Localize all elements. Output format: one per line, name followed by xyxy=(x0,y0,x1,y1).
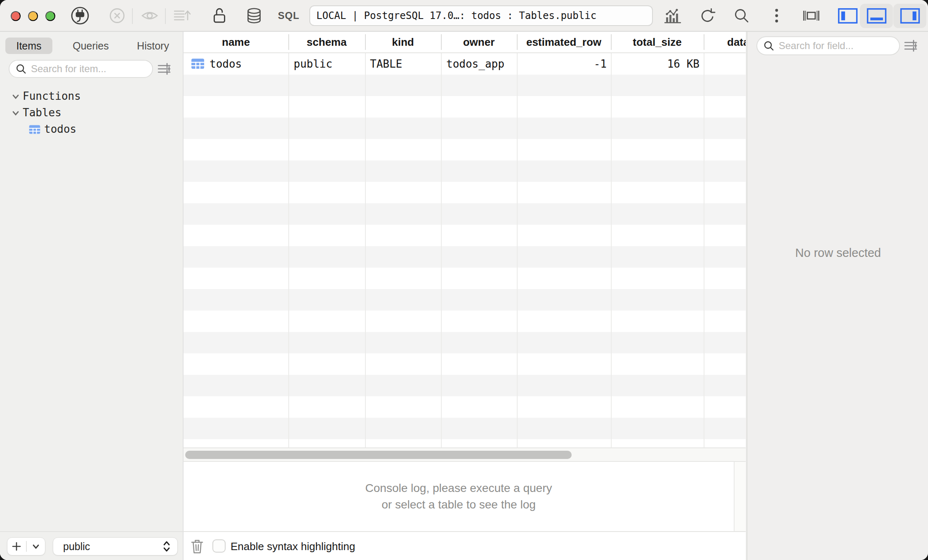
sql-icon: SQL xyxy=(278,10,299,21)
grid-body: todos public TABLE todos_app -1 16 KB xyxy=(184,53,746,447)
column-header-owner[interactable]: owner xyxy=(441,32,517,52)
lock-open-icon xyxy=(211,6,228,25)
header-separator xyxy=(704,34,704,50)
header-separator xyxy=(517,34,518,50)
tree-group-tables[interactable]: Tables xyxy=(0,104,184,121)
clear-console-button[interactable] xyxy=(187,536,207,557)
header-separator xyxy=(288,34,289,50)
header-separator xyxy=(611,34,612,50)
column-header-estimated-row[interactable]: estimated_row xyxy=(517,32,611,52)
statistics-button[interactable] xyxy=(663,6,683,26)
chart-icon xyxy=(663,7,682,24)
column-header-name[interactable]: name xyxy=(184,32,288,52)
table-row[interactable]: todos public TABLE todos_app -1 16 KB xyxy=(184,53,746,75)
item-filter-button[interactable] xyxy=(154,59,174,79)
tab-queries[interactable]: Queries xyxy=(65,38,116,54)
lock-button[interactable] xyxy=(210,6,229,26)
sidebar-bottom-bar: public xyxy=(0,531,183,560)
tab-items[interactable]: Items xyxy=(5,38,52,54)
disconnect-button[interactable] xyxy=(107,6,127,26)
column-separator xyxy=(441,53,442,447)
cell-estimated-row: -1 xyxy=(517,53,607,75)
schema-select[interactable]: public xyxy=(53,537,178,555)
cell-schema: public xyxy=(294,53,332,75)
tree-group-functions[interactable]: Functions xyxy=(0,88,184,104)
plug-icon xyxy=(71,6,90,25)
pending-changes-button[interactable] xyxy=(172,6,192,26)
refresh-icon xyxy=(698,7,716,25)
connection-title-text: LOCAL | PostgreSQL 17.0…: todos : Tables… xyxy=(316,10,596,21)
minimize-button[interactable] xyxy=(28,11,38,21)
ellipsis-vertical-icon xyxy=(774,7,779,25)
main-area: name schema kind owner estimated_row tot… xyxy=(184,32,746,560)
sidebar: Items Queries History xyxy=(0,32,184,560)
column-separator xyxy=(704,53,704,447)
syntax-highlighting-checkbox[interactable] xyxy=(212,539,226,553)
add-item-button[interactable] xyxy=(7,538,26,555)
app-window: SQL LOCAL | PostgreSQL 17.0…: todos : Ta… xyxy=(0,0,928,560)
close-button[interactable] xyxy=(11,11,21,21)
cell-kind: TABLE xyxy=(370,53,402,75)
select-updown-icon xyxy=(163,540,171,553)
zoom-button[interactable] xyxy=(45,11,55,21)
toolbar-separator xyxy=(132,8,133,24)
table-grid-icon xyxy=(191,56,205,71)
toolbar-separator xyxy=(165,8,166,24)
filter-sliders-icon xyxy=(903,38,918,53)
eye-icon xyxy=(140,6,159,25)
list-commit-icon xyxy=(173,6,192,25)
connection-title[interactable]: LOCAL | PostgreSQL 17.0…: todos : Tables… xyxy=(309,5,653,26)
panel-right-icon xyxy=(900,8,920,24)
add-item-split-button xyxy=(7,537,45,555)
search-button[interactable] xyxy=(732,6,751,26)
item-search-input[interactable] xyxy=(31,63,146,75)
column-header-kind[interactable]: kind xyxy=(365,32,441,52)
disconnect-x-icon xyxy=(108,7,126,25)
item-search-field[interactable] xyxy=(9,60,153,78)
syntax-highlighting-label: Enable syntax highlighting xyxy=(231,532,355,560)
grid-header: name schema kind owner estimated_row tot… xyxy=(184,32,746,53)
tree-group-label: Tables xyxy=(23,104,61,121)
add-item-menu-button[interactable] xyxy=(27,538,45,555)
console-message-line1: Console log, please execute a query xyxy=(365,480,552,496)
field-search-input[interactable] xyxy=(779,40,893,52)
connect-button[interactable] xyxy=(70,6,90,26)
tree-item-label: todos xyxy=(44,121,76,137)
preview-button[interactable] xyxy=(140,6,160,26)
field-search-field[interactable] xyxy=(756,36,900,55)
cell-total-size: 16 KB xyxy=(611,53,700,75)
field-filter-button[interactable] xyxy=(901,36,921,56)
toggle-left-panel-button[interactable] xyxy=(831,4,864,28)
console-message-line2: or select a table to see the log xyxy=(382,496,536,513)
search-icon xyxy=(15,63,27,75)
header-separator xyxy=(441,34,442,50)
tab-history[interactable]: History xyxy=(128,38,178,54)
toolbar: SQL LOCAL | PostgreSQL 17.0…: todos : Ta… xyxy=(0,0,928,32)
cell-name: todos xyxy=(210,53,242,75)
column-header-data[interactable]: data xyxy=(727,32,746,52)
database-button[interactable] xyxy=(244,6,264,26)
fit-width-button[interactable] xyxy=(801,6,821,26)
schema-select-value: public xyxy=(63,541,163,553)
more-options-button[interactable] xyxy=(767,6,787,26)
tree-item-todos[interactable]: todos xyxy=(0,121,184,137)
toggle-right-panel-button[interactable] xyxy=(893,4,926,28)
refresh-button[interactable] xyxy=(697,6,717,26)
chevron-down-icon xyxy=(31,542,40,551)
console-log-panel: Console log, please execute a query or s… xyxy=(184,462,734,531)
chevron-down-icon[interactable] xyxy=(11,92,20,101)
panel-left-icon xyxy=(838,8,858,24)
column-separator xyxy=(365,53,366,447)
scrollbar-thumb[interactable] xyxy=(185,451,572,459)
database-icon xyxy=(245,6,264,25)
column-separator xyxy=(517,53,518,447)
column-header-schema[interactable]: schema xyxy=(288,32,365,52)
chevron-down-icon[interactable] xyxy=(11,108,20,118)
search-icon xyxy=(763,40,775,52)
toggle-bottom-panel-button[interactable] xyxy=(860,4,893,28)
sql-query-button[interactable]: SQL xyxy=(279,6,299,26)
column-header-total-size[interactable]: total_size xyxy=(611,32,704,52)
console-scrollbar-track[interactable] xyxy=(734,462,746,531)
console-bottom-bar: Enable syntax highlighting xyxy=(184,531,746,560)
horizontal-scrollbar[interactable] xyxy=(184,447,746,462)
